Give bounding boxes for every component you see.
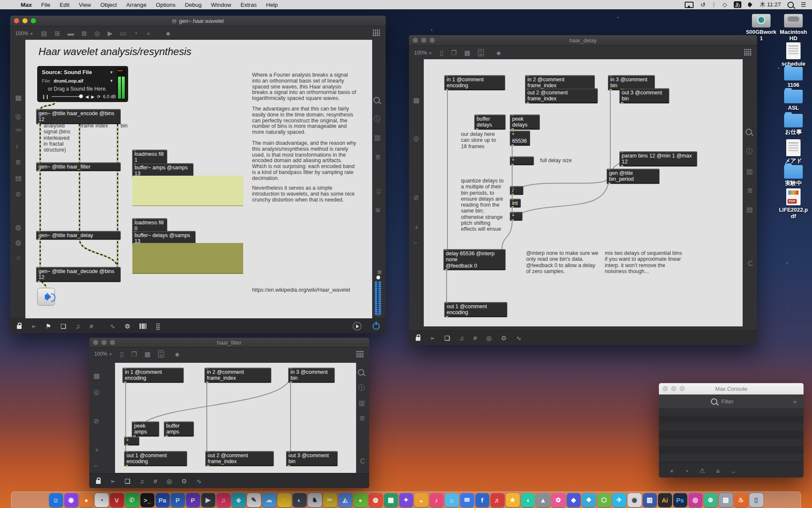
columns-icon[interactable]: ▥ — [374, 134, 381, 141]
patch-object[interactable]: out 3 @comment bin — [286, 451, 337, 466]
dock-app-icon-37[interactable]: ⬡ — [597, 493, 611, 507]
minimize-button[interactable] — [671, 386, 676, 391]
columns-icon[interactable]: ▥ — [746, 168, 753, 175]
input-source-icon[interactable]: あ — [734, 1, 741, 8]
menu-options[interactable]: Options — [151, 2, 180, 8]
delay-canvas[interactable]: in 1 @comment encodingin 2 @comment fram… — [424, 59, 743, 326]
lines-icon[interactable]: ≣ — [359, 415, 365, 422]
gain-fader-icon[interactable]: ≣ — [377, 269, 381, 275]
paperclip-icon[interactable]: ⊘ — [15, 191, 21, 198]
dock-app-icon-5[interactable]: V — [110, 493, 124, 507]
wavelet-titlebar[interactable]: ▤ gen~.haar.wavelet — [10, 16, 386, 26]
lock-icon[interactable] — [416, 337, 420, 341]
zoom-out-icon[interactable]: − — [413, 240, 417, 246]
next-icon[interactable]: ▶ — [91, 94, 95, 99]
dock-app-icon-23[interactable]: ▦ — [384, 493, 398, 507]
paperclip-icon[interactable]: ⊘ — [413, 194, 419, 201]
patch-object[interactable]: in 1 @comment encoding — [444, 75, 505, 90]
lock-icon[interactable] — [17, 325, 22, 329]
package-icon[interactable]: ▩ — [15, 94, 22, 101]
patch-cord-icon[interactable]: ∿ — [516, 335, 521, 341]
menu-extras[interactable]: Extras — [236, 2, 261, 8]
dock-app-icon-47[interactable]: ▯ — [749, 493, 763, 507]
dock-app-icon-31[interactable]: ★ — [506, 493, 520, 507]
zoom-selector[interactable]: 100% ▼ — [94, 351, 112, 357]
sort-icon[interactable]: ≡ — [716, 467, 720, 475]
patch-object[interactable]: * — [510, 212, 522, 221]
target-icon[interactable]: ◎ — [15, 113, 21, 120]
dock-app-icon-41[interactable]: Ai — [658, 493, 672, 507]
camera-icon[interactable]: ⌻ — [376, 188, 381, 195]
dock-app-icon-28[interactable]: ✉ — [460, 493, 474, 507]
zoom-out-icon[interactable]: − — [93, 463, 97, 469]
patch-object[interactable]: int — [510, 199, 521, 207]
columns-icon[interactable]: ▥ — [359, 400, 365, 406]
patch-object[interactable]: gen~ @title haar_filter — [36, 163, 121, 171]
wrench-icon[interactable]: ⚙ — [125, 323, 130, 329]
dock-app-icon-6[interactable]: ✆ — [125, 493, 139, 507]
patch-object[interactable]: gen~ @title haar_encode @bins 12 — [36, 109, 121, 124]
menu-debug[interactable]: Debug — [180, 2, 206, 8]
search-icon[interactable] — [746, 129, 752, 135]
patch-object[interactable]: in 1 @comment encoding — [123, 368, 184, 383]
dock-app-icon-35[interactable]: ◆ — [567, 493, 581, 507]
gain-db[interactable]: 6.0 dB — [103, 94, 116, 99]
add-object-icon[interactable]: ＋ — [145, 30, 151, 36]
info-icon[interactable]: ⓘ — [374, 116, 381, 122]
list-icon[interactable]: ≣ — [15, 159, 21, 166]
position-slider[interactable] — [52, 96, 83, 97]
dock-app-icon-32[interactable]: ◖ — [521, 493, 535, 507]
patch-object[interactable]: param bins 12 @min 1 @max 12 — [620, 152, 697, 166]
desktop-icon-schedule[interactable]: schedule — [775, 42, 812, 67]
layers-icon[interactable]: ❏ — [444, 335, 450, 341]
patch-object[interactable]: / — [510, 186, 523, 195]
patcher-rect-icon[interactable]: ▯ — [120, 351, 123, 357]
patch-object[interactable]: out 1 @comment encoding — [124, 451, 187, 466]
dock-app-icon-30[interactable]: ♬ — [491, 493, 505, 507]
dock-app-icon-42[interactable]: Ps — [673, 493, 687, 507]
dock-app-icon-43[interactable]: ◎ — [689, 493, 702, 507]
music-note-icon[interactable]: ♪ — [15, 143, 19, 149]
comment-icon[interactable]: ▬ — [68, 30, 74, 36]
dock-app-icon-24[interactable]: ✦ — [399, 493, 413, 507]
chevron-down-icon[interactable]: ▼ — [110, 70, 113, 75]
circle-icon[interactable]: ◎ — [167, 478, 172, 484]
paint-bucket-icon[interactable]: ⬥ — [175, 351, 180, 357]
wavelet-canvas[interactable]: Haar wavelet analysis/resynthesis Source… — [25, 40, 372, 320]
wifi-icon[interactable]: ◇ — [722, 2, 727, 8]
dock-app-icon-33[interactable]: ▲ — [536, 493, 550, 507]
menu-clock[interactable]: 木 11:27 — [760, 1, 781, 8]
add-icon[interactable]: ＋ — [791, 397, 798, 406]
minimize-button[interactable] — [421, 38, 426, 43]
menu-view[interactable]: View — [74, 2, 96, 8]
refresh-icon[interactable]: C — [748, 260, 753, 267]
search-icon[interactable] — [373, 97, 380, 103]
zoom-button[interactable] — [680, 386, 685, 391]
back-arrow-icon[interactable]: ← — [731, 467, 737, 475]
minimize-button[interactable] — [102, 340, 107, 345]
code-box-icon[interactable]: code — [478, 49, 484, 56]
presentation-icon[interactable]: ⚑ — [46, 323, 51, 329]
grid-icon[interactable]: # — [90, 323, 93, 329]
dock-app-icon-7[interactable]: >_ — [140, 493, 154, 507]
menu-object[interactable]: Object — [96, 2, 121, 8]
dock-app-icon-27[interactable]: ⌂ — [445, 493, 459, 507]
waveform-display[interactable] — [132, 243, 243, 274]
grid-toggle-icon[interactable]: ⣿⣿ — [356, 350, 363, 358]
warning-icon[interactable]: ⚠ — [700, 467, 705, 475]
close-box-icon[interactable]: ⊠ — [82, 30, 87, 36]
grid-toggle-icon[interactable]: ⣿⣿ — [743, 48, 751, 56]
dock-app-icon-8[interactable]: Pa — [156, 493, 170, 507]
dock-app-icon-22[interactable]: ◍ — [369, 493, 383, 507]
clear-icon[interactable]: × — [670, 467, 674, 475]
zoom-in-icon[interactable]: ＋ — [413, 224, 420, 231]
audio-mute-icon[interactable]: ♫ — [459, 335, 464, 341]
search-icon[interactable] — [358, 369, 364, 375]
desktop-icon-LIFE2022.p[interactable]: LIFE2022.p df — [775, 188, 812, 220]
dock-app-icon-13[interactable]: ◈ — [232, 493, 246, 507]
circle-dim-icon[interactable]: ◍ — [15, 224, 21, 231]
patch-object[interactable]: in 2 @comment frame_index — [205, 368, 271, 383]
wikipedia-link[interactable]: https://en.wikipedia.org/wiki/Haar_wavel… — [252, 287, 350, 293]
console-log-area[interactable] — [659, 408, 804, 463]
patch-object[interactable]: peek delays — [510, 115, 540, 130]
